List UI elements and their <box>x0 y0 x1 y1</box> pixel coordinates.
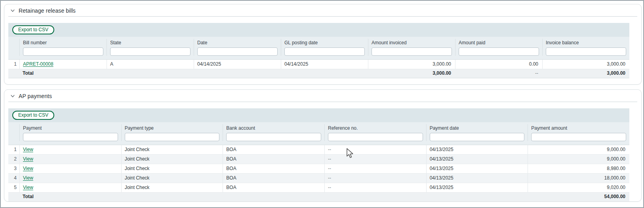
total-date <box>194 69 281 78</box>
column-label: Invoice balance <box>543 39 629 47</box>
cell-reference-no: -- <box>324 155 426 164</box>
column-header-state: State <box>107 39 194 56</box>
total-payment: Total <box>19 193 121 201</box>
filter-input-payment[interactable] <box>23 133 118 141</box>
filter-input-reference-no[interactable] <box>328 133 423 141</box>
column-label: State <box>107 39 194 47</box>
payment-link[interactable]: View <box>23 147 33 152</box>
total-row: Total3,000.00--3,000.00 <box>8 69 629 78</box>
column-header-amount-paid: Amount paid <box>455 39 542 56</box>
payment-link[interactable]: View <box>23 175 33 181</box>
column-label: Bank account <box>223 124 324 133</box>
table-row: 1ViewJoint CheckBOA--04/13/20259,000.00 <box>8 145 629 155</box>
payment-link[interactable]: View <box>23 185 33 190</box>
cell-amount-paid: 0.00 <box>455 60 542 69</box>
bill-number-link[interactable]: APRET-00008 <box>23 61 53 67</box>
column-header-invoice-balance: Invoice balance <box>542 39 629 56</box>
cell-payment-type: Joint Check <box>121 164 223 173</box>
table-header-row: Bill numberStateDateGL posting dateAmoun… <box>8 37 629 60</box>
filter-input-date[interactable] <box>197 47 278 56</box>
table-row: 1APRET-00008A04/14/202504/14/20253,000.0… <box>8 60 629 69</box>
cell-state: A <box>107 60 194 69</box>
grid-toolbar: Export to CSV <box>8 108 629 122</box>
cell-payment-amount: 9,020.00 <box>528 183 629 192</box>
table-row: 5ViewJoint CheckBOA--04/13/20259,020.00 <box>8 183 629 193</box>
cell-amount-invoiced: 3,000.00 <box>368 60 455 69</box>
filter-input-payment-amount[interactable] <box>531 133 626 141</box>
column-header-bill-number: Bill number <box>19 39 107 56</box>
total-bill-number: Total <box>19 69 107 78</box>
cell-reference-no: -- <box>324 183 426 192</box>
cell-bank-account: BOA <box>223 183 324 192</box>
cell-reference-no: -- <box>324 145 426 154</box>
column-header-payment-amount: Payment amount <box>528 124 629 141</box>
column-label: Payment date <box>427 124 528 133</box>
chevron-down-icon[interactable] <box>10 94 15 99</box>
filter-input-invoice-balance[interactable] <box>546 47 626 56</box>
column-label: Date <box>194 39 281 47</box>
cell-payment-type: Joint Check <box>121 155 223 164</box>
column-header-reference-no: Reference no. <box>324 124 426 141</box>
export-to-csv-button[interactable]: Export to CSV <box>12 111 54 120</box>
row-number: 1 <box>8 145 19 154</box>
cell-bank-account: BOA <box>223 164 324 173</box>
cell-reference-no: -- <box>324 164 426 173</box>
total-amount-paid: -- <box>455 69 542 78</box>
total-bank-account <box>223 193 324 201</box>
cell-bank-account: BOA <box>223 174 324 183</box>
cell-payment: View <box>19 183 121 192</box>
column-header-date: Date <box>194 39 281 56</box>
total-invoice-balance: 3,000.00 <box>542 69 629 78</box>
cell-payment-amount: 9,000.00 <box>528 155 629 164</box>
filter-input-bank-account[interactable] <box>226 133 321 141</box>
payment-link[interactable]: View <box>23 166 33 171</box>
cell-payment: View <box>19 145 121 154</box>
total-payment-amount: 54,000.00 <box>528 193 629 201</box>
section-ap-payments: AP payments Export to CSV PaymentPayment… <box>4 89 642 202</box>
column-label: GL posting date <box>281 39 368 47</box>
cell-reference-no: -- <box>324 174 426 183</box>
chevron-down-icon[interactable] <box>10 8 15 13</box>
column-label: Payment type <box>122 124 223 133</box>
column-label: Amount paid <box>455 39 542 47</box>
export-to-csv-button[interactable]: Export to CSV <box>12 25 54 34</box>
filter-input-amount-invoiced[interactable] <box>372 47 452 56</box>
column-header-payment-date: Payment date <box>426 124 528 141</box>
retainage-release-bills-table: Bill numberStateDateGL posting dateAmoun… <box>8 37 629 78</box>
cell-invoice-balance: 3,000.00 <box>542 60 629 69</box>
cell-payment-date: 04/13/2025 <box>426 164 528 173</box>
filter-input-amount-paid[interactable] <box>459 47 539 56</box>
column-header-payment-type: Payment type <box>121 124 223 141</box>
cell-payment: View <box>19 174 121 183</box>
cell-payment-date: 04/13/2025 <box>426 174 528 183</box>
cell-payment-amount: 8,980.00 <box>528 164 629 173</box>
filter-input-gl-posting-date[interactable] <box>284 47 365 56</box>
grid-toolbar: Export to CSV <box>8 23 629 37</box>
cell-payment-amount: 9,000.00 <box>528 145 629 154</box>
total-gl-posting-date <box>281 69 368 78</box>
cell-payment-amount: 18,000.00 <box>528 174 629 183</box>
total-amount-invoiced: 3,000.00 <box>368 69 455 78</box>
cell-gl-posting-date: 04/14/2025 <box>281 60 368 69</box>
table-row: 2ViewJoint CheckBOA--04/13/20259,000.00 <box>8 155 629 164</box>
payment-link[interactable]: View <box>23 156 33 162</box>
cell-date: 04/14/2025 <box>194 60 281 69</box>
filter-input-state[interactable] <box>110 47 191 56</box>
filter-input-payment-date[interactable] <box>430 133 525 141</box>
column-label: Reference no. <box>325 124 426 133</box>
section-header: AP payments <box>4 90 641 101</box>
row-number: 5 <box>8 183 19 192</box>
filter-input-payment-type[interactable] <box>125 133 220 141</box>
filter-input-bill-number[interactable] <box>23 47 103 56</box>
column-label: Payment amount <box>528 124 629 133</box>
page-title: AP payments <box>19 93 52 99</box>
cell-payment: View <box>19 155 121 164</box>
content-frame: Retainage release bills Export to CSV Bi… <box>0 0 644 208</box>
grid-container: Export to CSV PaymentPayment typeBank ac… <box>8 108 629 202</box>
row-number-header <box>8 124 19 141</box>
cell-payment-date: 04/13/2025 <box>426 183 528 192</box>
ap-payments-table: PaymentPayment typeBank accountReference… <box>8 122 629 202</box>
table-header-row: PaymentPayment typeBank accountReference… <box>8 122 629 145</box>
cell-payment: View <box>19 164 121 173</box>
page-title: Retainage release bills <box>19 8 76 14</box>
